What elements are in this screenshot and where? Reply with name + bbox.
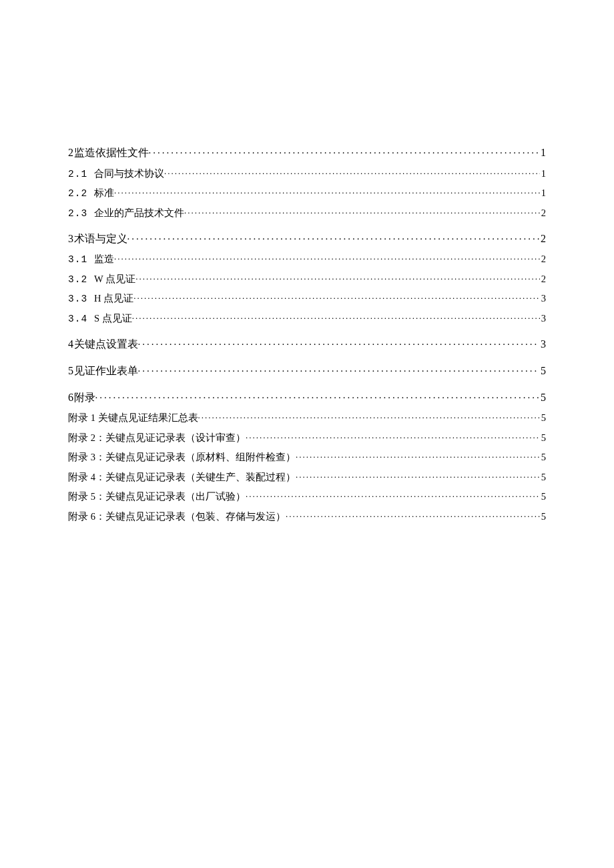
toc-entry: 附录 1 关键点见证结果汇总表 5 — [68, 412, 546, 425]
toc-entry: 5 见证作业表单 5 — [68, 364, 546, 378]
toc-page-number: 3 — [540, 293, 546, 304]
toc-title: 企业的产品技术文件 — [94, 207, 184, 220]
toc-number: 6 — [68, 392, 74, 404]
toc-number: 3.4 — [68, 314, 94, 324]
toc-page-number: 5 — [540, 472, 546, 483]
toc-entry: 2.1合同与技术协议 1 — [68, 167, 546, 180]
toc-number: 3.3 — [68, 294, 94, 304]
toc-number: 3 — [68, 233, 74, 245]
toc-page-number: 5 — [540, 412, 546, 424]
toc-page-number: 5 — [540, 452, 546, 463]
toc-title: 监造 — [94, 253, 114, 266]
toc-number: 2 — [68, 147, 74, 159]
toc-leader-dots — [296, 470, 540, 480]
toc-page-number: 1 — [540, 168, 546, 179]
toc-page-number: 5 — [540, 491, 546, 502]
toc-number: 2.1 — [68, 169, 94, 179]
toc-entry: 附录 3：关键点见证记录表（原材料、组附件检查） 5 — [68, 451, 546, 464]
toc-page-number: 5 — [540, 511, 546, 522]
toc-title: 附录 2：关键点见证记录表（设计审查） — [68, 432, 246, 444]
toc-title: 附录 5：关键点见证记录表（出厂试验） — [68, 490, 246, 503]
toc-leader-dots — [135, 272, 540, 282]
toc-page-number: 5 — [539, 365, 546, 377]
toc-title: 附录 6：关键点见证记录表（包装、存储与发运） — [68, 510, 286, 523]
toc-leader-dots — [114, 187, 540, 197]
toc-leader-dots — [127, 232, 540, 242]
toc-number: 3.2 — [68, 274, 94, 285]
toc-number: 2.2 — [68, 188, 94, 199]
toc-number: 5 — [68, 365, 74, 377]
toc-entry: 3 术语与定义 2 — [68, 232, 546, 246]
toc-number: 4 — [68, 338, 74, 350]
toc-entry: 3.3H 点见证3 — [68, 292, 546, 306]
toc-title: H 点见证 — [94, 292, 133, 305]
toc-number: 2.3 — [68, 208, 94, 219]
toc-number: 3.1 — [68, 254, 94, 265]
toc-entry: 3.4S 点见证3 — [68, 312, 546, 325]
toc-leader-dots — [198, 412, 540, 422]
toc-leader-dots — [114, 253, 540, 263]
toc-entry: 附录 4：关键点见证记录表（关键生产、装配过程） 5 — [68, 470, 546, 484]
toc-title: 附录 4：关键点见证记录表（关键生产、装配过程） — [68, 471, 296, 484]
toc-title: S 点见证 — [94, 312, 132, 325]
toc-title: 监造依据性文件 — [74, 146, 149, 160]
toc-title: 术语与定义 — [74, 232, 127, 246]
toc-page-number: 2 — [540, 254, 546, 265]
toc-page-number: 5 — [540, 432, 546, 444]
toc-title: W 点见证 — [94, 273, 135, 286]
toc-leader-dots — [138, 364, 540, 374]
toc-entry: 附录 2：关键点见证记录表（设计审查） 5 — [68, 431, 546, 444]
toc-entry: 4 关键点设置表 3 — [68, 337, 546, 352]
toc-leader-dots — [246, 431, 540, 441]
toc-leader-dots — [296, 451, 540, 461]
toc-title: 附录 — [74, 391, 95, 405]
toc-leader-dots — [95, 390, 540, 401]
toc-title: 关键点设置表 — [74, 338, 138, 352]
toc-leader-dots — [138, 337, 540, 348]
toc-entry: 2.2标准 1 — [68, 187, 546, 200]
toc-entry: 3.1监造 2 — [68, 253, 546, 266]
toc-entry: 2 监造依据性文件 1 — [68, 145, 546, 160]
toc-title: 附录 3：关键点见证记录表（原材料、组附件检查） — [68, 451, 296, 464]
toc-page-number: 1 — [540, 187, 546, 199]
toc-page-number: 3 — [539, 338, 546, 350]
toc-entry: 附录 6：关键点见证记录表（包装、存储与发运） 5 — [68, 510, 546, 523]
toc-page-number: 3 — [540, 313, 546, 324]
toc-leader-dots — [246, 490, 540, 500]
toc-leader-dots — [149, 145, 540, 156]
toc-entry: 3.2W 点见证2 — [68, 272, 546, 286]
table-of-contents: 2 监造依据性文件 12.1合同与技术协议 12.2标准 12.3企业的产品技术… — [68, 145, 546, 523]
toc-title: 合同与技术协议 — [94, 167, 164, 180]
toc-leader-dots — [164, 167, 540, 177]
toc-leader-dots — [133, 292, 540, 302]
toc-leader-dots — [132, 312, 540, 322]
toc-page-number: 2 — [540, 207, 546, 219]
toc-page-number: 5 — [539, 392, 546, 404]
toc-page-number: 2 — [539, 233, 546, 245]
toc-title: 标准 — [94, 187, 114, 199]
toc-title: 附录 1 关键点见证结果汇总表 — [68, 412, 198, 424]
toc-entry: 2.3企业的产品技术文件 2 — [68, 206, 546, 220]
toc-title: 见证作业表单 — [74, 364, 138, 378]
toc-entry: 6 附录 5 — [68, 390, 546, 405]
toc-entry: 附录 5：关键点见证记录表（出厂试验） 5 — [68, 490, 546, 504]
toc-page-number: 2 — [540, 274, 546, 285]
toc-page-number: 1 — [539, 147, 546, 159]
toc-leader-dots — [286, 510, 540, 520]
toc-leader-dots — [184, 206, 540, 216]
